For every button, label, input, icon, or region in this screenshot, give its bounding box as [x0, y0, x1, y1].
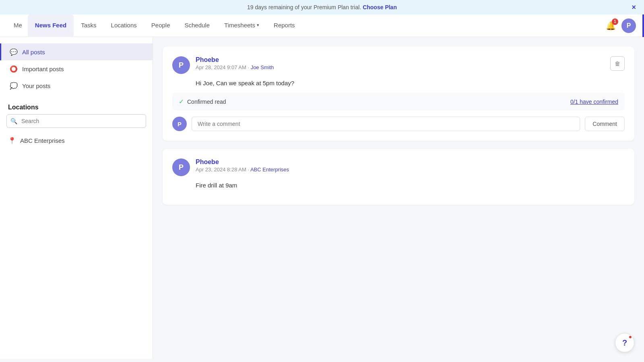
post-2-meta: Phoebe Apr 23, 2024 8:28 AM · ABC Enterp… — [196, 158, 625, 173]
main-nav: Me News Feed Tasks Locations People Sche… — [0, 14, 644, 37]
nav-item-schedule[interactable]: Schedule — [178, 14, 217, 37]
post-1-body: Hi Joe, Can we speak at 5pm today? — [172, 80, 625, 86]
post-1-date: Apr 28, 2024 9:07 AM · Joe Smith — [196, 64, 605, 70]
notifications-button[interactable]: 🔔 1 — [604, 19, 617, 32]
post-2-body: Fire drill at 9am — [172, 182, 625, 189]
sidebar-item-your-posts[interactable]: 💭 Your posts — [0, 77, 153, 94]
banner-close-button[interactable]: × — [632, 3, 636, 12]
your-posts-icon: 💭 — [9, 81, 18, 90]
trash-icon: 🗑 — [615, 60, 620, 67]
nav-items: Me News Feed Tasks Locations People Sche… — [8, 14, 604, 37]
timesheets-dropdown-arrow: ▾ — [257, 23, 259, 28]
post-filters-section: 💬 All posts ⭕ Important posts 💭 Your pos… — [0, 43, 153, 94]
post-1-meta: Phoebe Apr 28, 2024 9:07 AM · Joe Smith — [196, 56, 605, 70]
post-1-header: P Phoebe Apr 28, 2024 9:07 AM · Joe Smit… — [172, 56, 625, 74]
question-mark-icon: ? — [622, 338, 627, 348]
nav-right: 🔔 1 P — [604, 19, 636, 33]
confirmed-left: ✓ Confirmed read — [179, 98, 226, 105]
page-layout: 💬 All posts ⭕ Important posts 💭 Your pos… — [0, 37, 644, 359]
confirmed-count-link[interactable]: 0/1 have confirmed — [570, 99, 618, 105]
notification-badge: 1 — [612, 19, 618, 25]
nav-item-people[interactable]: People — [144, 14, 178, 37]
post-1-comment-button[interactable]: Comment — [585, 117, 625, 131]
locations-search-box: 🔍 — [6, 114, 146, 128]
trial-banner: 19 days remaining of your Premium Plan t… — [0, 0, 644, 14]
nav-item-me[interactable]: Me — [8, 14, 28, 37]
nav-right-border — [642, 14, 644, 37]
post-1-confirmed-bar: ✓ Confirmed read 0/1 have confirmed — [172, 93, 625, 110]
sidebar-item-important-posts[interactable]: ⭕ Important posts — [0, 60, 153, 77]
post-2-date: Apr 23, 2024 8:28 AM · ABC Enterprises — [196, 167, 625, 173]
nav-item-tasks[interactable]: Tasks — [74, 14, 103, 37]
nav-item-reports[interactable]: Reports — [266, 14, 302, 37]
post-2-author[interactable]: Phoebe — [196, 158, 625, 166]
main-content: P Phoebe Apr 28, 2024 9:07 AM · Joe Smit… — [153, 37, 644, 359]
post-1-comment-input[interactable] — [192, 117, 580, 131]
nav-item-news-feed[interactable]: News Feed — [28, 14, 74, 37]
post-2-avatar: P — [172, 158, 190, 176]
important-posts-icon: ⭕ — [9, 64, 18, 73]
choose-plan-link[interactable]: Choose Plan — [363, 4, 397, 10]
help-notification-dot — [628, 335, 632, 339]
location-item-abc-enterprises[interactable]: 📍 ABC Enterprises — [0, 133, 153, 148]
post-2-header: P Phoebe Apr 23, 2024 8:28 AM · ABC Ente… — [172, 158, 625, 176]
post-1-recipient-link[interactable]: Joe Smith — [251, 64, 274, 70]
user-avatar-button[interactable]: P — [621, 19, 636, 33]
checkmark-icon: ✓ — [179, 98, 184, 105]
post-1-comment-section: P Comment — [172, 117, 625, 131]
banner-text: 19 days remaining of your Premium Plan t… — [247, 4, 361, 10]
post-1-avatar: P — [172, 56, 190, 74]
sidebar: 💬 All posts ⭕ Important posts 💭 Your pos… — [0, 37, 153, 359]
post-1-delete-button[interactable]: 🗑 — [610, 56, 625, 71]
locations-section-header: Locations — [0, 97, 153, 114]
nav-item-timesheets[interactable]: Timesheets ▾ — [217, 14, 266, 37]
locations-search-input[interactable] — [6, 114, 146, 128]
post-card-1: P Phoebe Apr 28, 2024 9:07 AM · Joe Smit… — [163, 47, 634, 141]
all-posts-icon: 💬 — [9, 47, 18, 56]
post-1-author[interactable]: Phoebe — [196, 56, 605, 64]
nav-item-locations[interactable]: Locations — [104, 14, 144, 37]
post-1-comment-avatar: P — [172, 117, 187, 131]
help-button[interactable]: ? — [615, 333, 634, 352]
sidebar-item-all-posts[interactable]: 💬 All posts — [0, 43, 153, 60]
search-icon: 🔍 — [10, 118, 17, 124]
post-2-recipient-link[interactable]: ABC Enterprises — [250, 167, 289, 173]
location-pin-icon: 📍 — [8, 137, 16, 144]
post-card-2: P Phoebe Apr 23, 2024 8:28 AM · ABC Ente… — [163, 149, 634, 205]
